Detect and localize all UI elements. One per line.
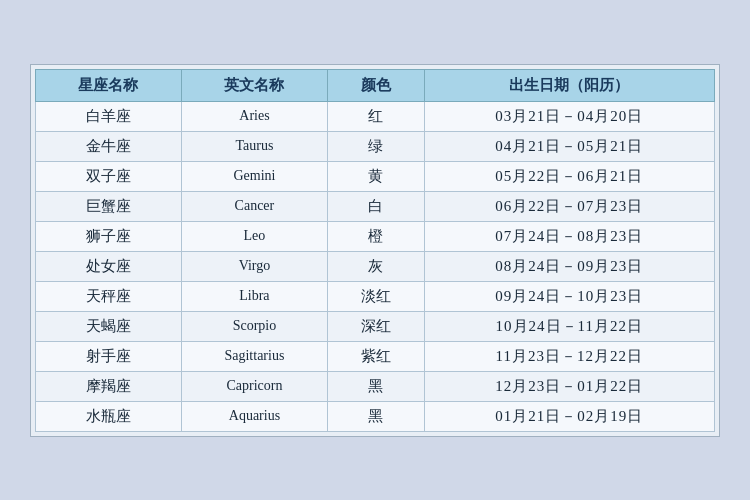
cell-english-name: Scorpio (181, 311, 327, 341)
cell-chinese-name: 白羊座 (36, 101, 182, 131)
cell-color: 黑 (327, 371, 424, 401)
cell-color: 深红 (327, 311, 424, 341)
cell-color: 黄 (327, 161, 424, 191)
header-english-name: 英文名称 (181, 69, 327, 101)
cell-dates: 08月24日－09月23日 (424, 251, 714, 281)
cell-color: 绿 (327, 131, 424, 161)
table-row: 摩羯座Capricorn黑12月23日－01月22日 (36, 371, 715, 401)
cell-color: 橙 (327, 221, 424, 251)
cell-dates: 01月21日－02月19日 (424, 401, 714, 431)
table-body: 白羊座Aries红03月21日－04月20日金牛座Taurus绿04月21日－0… (36, 101, 715, 431)
cell-dates: 12月23日－01月22日 (424, 371, 714, 401)
table-header-row: 星座名称 英文名称 颜色 出生日期（阳历） (36, 69, 715, 101)
cell-chinese-name: 双子座 (36, 161, 182, 191)
cell-color: 淡红 (327, 281, 424, 311)
cell-dates: 10月24日－11月22日 (424, 311, 714, 341)
cell-english-name: Cancer (181, 191, 327, 221)
cell-dates: 03月21日－04月20日 (424, 101, 714, 131)
cell-english-name: Sagittarius (181, 341, 327, 371)
table-row: 天秤座Libra淡红09月24日－10月23日 (36, 281, 715, 311)
cell-color: 黑 (327, 401, 424, 431)
header-chinese-name: 星座名称 (36, 69, 182, 101)
table-row: 处女座Virgo灰08月24日－09月23日 (36, 251, 715, 281)
cell-dates: 05月22日－06月21日 (424, 161, 714, 191)
cell-chinese-name: 巨蟹座 (36, 191, 182, 221)
cell-chinese-name: 天蝎座 (36, 311, 182, 341)
cell-chinese-name: 摩羯座 (36, 371, 182, 401)
cell-english-name: Taurus (181, 131, 327, 161)
table-row: 双子座Gemini黄05月22日－06月21日 (36, 161, 715, 191)
zodiac-table-wrapper: 星座名称 英文名称 颜色 出生日期（阳历） 白羊座Aries红03月21日－04… (30, 64, 720, 437)
cell-dates: 07月24日－08月23日 (424, 221, 714, 251)
table-row: 狮子座Leo橙07月24日－08月23日 (36, 221, 715, 251)
table-row: 巨蟹座Cancer白06月22日－07月23日 (36, 191, 715, 221)
table-row: 白羊座Aries红03月21日－04月20日 (36, 101, 715, 131)
cell-english-name: Leo (181, 221, 327, 251)
cell-chinese-name: 金牛座 (36, 131, 182, 161)
table-row: 金牛座Taurus绿04月21日－05月21日 (36, 131, 715, 161)
cell-chinese-name: 狮子座 (36, 221, 182, 251)
header-birth-date: 出生日期（阳历） (424, 69, 714, 101)
cell-english-name: Virgo (181, 251, 327, 281)
cell-english-name: Capricorn (181, 371, 327, 401)
cell-color: 红 (327, 101, 424, 131)
cell-dates: 06月22日－07月23日 (424, 191, 714, 221)
cell-chinese-name: 天秤座 (36, 281, 182, 311)
cell-dates: 09月24日－10月23日 (424, 281, 714, 311)
cell-english-name: Aquarius (181, 401, 327, 431)
cell-english-name: Libra (181, 281, 327, 311)
zodiac-table: 星座名称 英文名称 颜色 出生日期（阳历） 白羊座Aries红03月21日－04… (35, 69, 715, 432)
cell-chinese-name: 射手座 (36, 341, 182, 371)
table-row: 射手座Sagittarius紫红11月23日－12月22日 (36, 341, 715, 371)
cell-dates: 11月23日－12月22日 (424, 341, 714, 371)
cell-color: 灰 (327, 251, 424, 281)
header-color: 颜色 (327, 69, 424, 101)
cell-chinese-name: 处女座 (36, 251, 182, 281)
cell-english-name: Gemini (181, 161, 327, 191)
cell-chinese-name: 水瓶座 (36, 401, 182, 431)
table-row: 水瓶座Aquarius黑01月21日－02月19日 (36, 401, 715, 431)
cell-dates: 04月21日－05月21日 (424, 131, 714, 161)
cell-english-name: Aries (181, 101, 327, 131)
table-row: 天蝎座Scorpio深红10月24日－11月22日 (36, 311, 715, 341)
cell-color: 白 (327, 191, 424, 221)
cell-color: 紫红 (327, 341, 424, 371)
